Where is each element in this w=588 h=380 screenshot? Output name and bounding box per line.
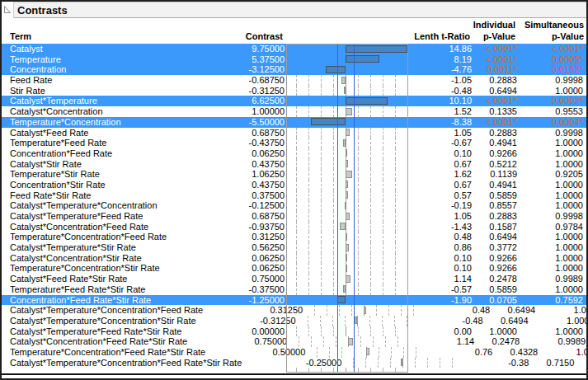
- contrast-bar: [346, 213, 350, 220]
- chart-gridline: [358, 263, 359, 274]
- individual-p-cell: 1.0000: [472, 326, 517, 337]
- table-row[interactable]: Catalyst*Temperature*Stir Rate0.562500.8…: [2, 242, 586, 253]
- table-row[interactable]: Catalyst*Concentration1.000001.520.13350…: [2, 106, 586, 117]
- table-row[interactable]: Catalyst*Temperature*Feed Rate*Stir Rate…: [2, 326, 586, 337]
- table-row[interactable]: Temperature*Concentration*Stir Rate0.062…: [2, 263, 586, 274]
- table-row[interactable]: Catalyst*Temperature*Concentration*Feed …: [2, 305, 586, 316]
- chart-gridline: [296, 106, 297, 117]
- chart-gridline: [308, 284, 309, 295]
- contrast-bar: [345, 202, 346, 209]
- table-row[interactable]: Feed Rate-0.68750-1.050.28830.9998: [2, 75, 586, 86]
- chart-gridline: [383, 86, 383, 96]
- term-cell: Catalyst*Temperature*Feed Rate*Stir Rate: [2, 326, 185, 337]
- simultaneous-p-cell: 1.0000: [517, 159, 586, 170]
- table-row[interactable]: Catalyst*Temperature*Feed Rate0.687501.0…: [2, 211, 586, 222]
- t-ratio-cell: 0.67: [408, 159, 472, 170]
- contrast-cell: -5.50000: [185, 117, 286, 128]
- chart-gridline: [395, 106, 396, 117]
- chart-gridline: [321, 180, 322, 190]
- contrast-cell: 0.06250: [185, 253, 286, 264]
- term-cell: Temperature*Concentration: [2, 117, 185, 128]
- table-row[interactable]: Catalyst9.7500014.86<.0001*<.0001*: [2, 44, 586, 54]
- table-row[interactable]: Concentration*Feed Rate0.062500.100.9266…: [2, 148, 586, 159]
- table-row[interactable]: Concentration*Stir Rate0.437500.670.4941…: [2, 180, 586, 190]
- chart-gridline: [379, 347, 379, 358]
- chart-gridline: [321, 232, 322, 242]
- chart-gridline: [403, 347, 404, 358]
- header-simultaneous: Simultaneous: [524, 20, 584, 30]
- panel-titlebar[interactable]: Contrasts: [2, 2, 586, 18]
- contrast-bar: [346, 97, 388, 105]
- chart-gridline: [321, 263, 322, 274]
- chart-gridline: [333, 274, 334, 284]
- chart-gridline: [370, 274, 371, 284]
- table-row[interactable]: Temperature*Stir Rate1.062501.620.11390.…: [2, 169, 586, 180]
- contrast-bar-cell: [286, 326, 408, 337]
- table-row[interactable]: Catalyst*Concentration*Feed Rate-0.93750…: [2, 222, 586, 232]
- contrast-cell: 9.75000: [185, 44, 286, 54]
- chart-gridline: [345, 316, 346, 326]
- panel-title-strip[interactable]: Contrasts: [13, 2, 586, 18]
- chart-gridline: [336, 336, 336, 347]
- chart-gridline: [296, 180, 297, 190]
- table-row[interactable]: Temperature*Concentration-5.50000-8.38<.…: [2, 117, 586, 128]
- t-ratio-cell: 0.10: [408, 263, 472, 274]
- table-row[interactable]: Stir Rate-0.31250-0.480.64941.0000: [2, 86, 586, 96]
- table-row[interactable]: Concentration*Feed Rate*Stir Rate-1.2500…: [2, 295, 586, 306]
- chart-gridline: [395, 138, 396, 148]
- chart-gridline: [339, 305, 340, 316]
- table-row[interactable]: Catalyst*Temperature*Concentration*Feed …: [2, 358, 586, 368]
- chart-gridline: [358, 368, 359, 373]
- contrast-bar-cell: [286, 180, 408, 190]
- contrast-bar: [326, 66, 346, 73]
- individual-p-cell: <.0001*: [472, 96, 517, 106]
- term-cell: Temperature*Stir Rate: [2, 169, 185, 180]
- term-cell: Catalyst*Temperature*Concentration*Feed …: [2, 305, 203, 316]
- simultaneous-p-cell: 1.0000: [517, 200, 586, 211]
- chart-zero-axis: [402, 358, 403, 368]
- contrast-cell: -0.68750: [185, 75, 286, 86]
- individual-p-cell: 0.1587: [472, 222, 517, 232]
- table-row[interactable]: Catalyst*Feed Rate*Stir Rate0.750001.140…: [2, 274, 586, 284]
- disclosure-triangle-icon[interactable]: [2, 2, 13, 18]
- table-row[interactable]: Catalyst*Concentration*Stir Rate0.062500…: [2, 253, 586, 264]
- chart-gridline: [329, 347, 330, 358]
- table-row[interactable]: Concentration-3.12500-4.760.0011*0.0152*: [2, 64, 586, 75]
- table-row[interactable]: Catalyst*Concentration*Feed Rate*Stir Ra…: [2, 336, 586, 347]
- individual-p-cell: 0.9266: [472, 263, 517, 274]
- simultaneous-p-cell: 1.0000: [517, 253, 586, 264]
- simultaneous-p-cell: 1.0000: [517, 263, 586, 274]
- chart-gridline: [296, 253, 297, 264]
- contrast-bar-cell: [286, 211, 408, 222]
- table-row[interactable]: Catalyst*Feed Rate0.687501.050.28830.999…: [2, 128, 586, 138]
- table-row[interactable]: Catalyst*Temperature*Concentration*Stir …: [2, 316, 586, 326]
- table-row[interactable]: Temperature5.375008.19<.0001*0.0005*: [2, 54, 586, 65]
- chart-gridline: [358, 169, 359, 180]
- chart-gridline: [395, 242, 396, 253]
- chart-gridline: [395, 180, 396, 190]
- contrast-bar: [346, 233, 347, 241]
- chart-gridline: [395, 326, 396, 337]
- chart-gridline: [333, 86, 334, 96]
- table-row[interactable]: Catalyst*Temperature6.6250010.10<.0001*0…: [2, 96, 586, 106]
- term-cell: Catalyst*Feed Rate: [2, 128, 185, 138]
- t-ratio-cell: -4.76: [408, 64, 472, 75]
- chart-gridline: [370, 242, 371, 253]
- contrast-cell: 0.31250: [203, 305, 304, 316]
- contrast-bar: [344, 87, 346, 94]
- term-cell: Catalyst*Temperature*Concentration: [2, 200, 185, 211]
- table-row[interactable]: Catalyst*Temperature*Concentration-0.125…: [2, 200, 586, 211]
- contrast-cell: -0.25000: [242, 358, 343, 368]
- table-row[interactable]: Temperature*Concentration*Feed Rate*Stir…: [2, 347, 586, 358]
- table-row[interactable]: Catalyst*Stir Rate0.437500.670.52121.000…: [2, 159, 586, 170]
- contrast-cell: 0.31250: [185, 232, 286, 242]
- chart-gridline: [296, 284, 297, 295]
- table-row[interactable]: Temperature*Feed Rate-0.43750-0.670.4941…: [2, 138, 586, 148]
- table-row[interactable]: Temperature*Concentration*Feed Rate0.312…: [2, 232, 586, 242]
- contrast-bar-cell: [286, 64, 408, 75]
- table-row[interactable]: Temperature*Feed Rate*Stir Rate-0.37500-…: [2, 284, 586, 295]
- table-row[interactable]: Feed Rate*Stir Rate0.375000.570.58591.00…: [2, 190, 586, 201]
- chart-gridline: [407, 316, 407, 326]
- contrast-cell: 1.00000: [185, 106, 286, 117]
- chart-gridline: [333, 106, 334, 117]
